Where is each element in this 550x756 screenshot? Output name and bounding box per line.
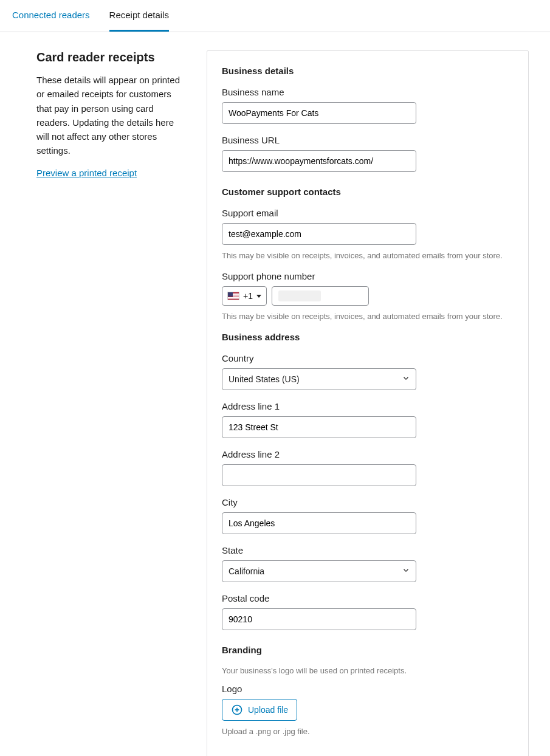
upload-helper: Upload a .png or .jpg file.: [222, 727, 514, 736]
city-input[interactable]: [222, 512, 416, 534]
phone-redacted-value: [278, 290, 321, 301]
state-select-value: California: [229, 566, 264, 576]
support-phone-helper: This may be visible on receipts, invoice…: [222, 312, 514, 321]
tab-connected-readers[interactable]: Connected readers: [12, 0, 90, 32]
support-heading: Customer support contacts: [222, 187, 514, 197]
caret-down-icon: [256, 295, 261, 298]
address-line2-input[interactable]: [222, 464, 416, 486]
receipt-details-card: Business details Business name Business …: [207, 50, 529, 756]
branding-heading: Branding: [222, 645, 514, 655]
state-label: State: [222, 545, 514, 555]
support-phone-label: Support phone number: [222, 271, 514, 281]
business-name-label: Business name: [222, 87, 514, 97]
business-name-input[interactable]: [222, 102, 416, 124]
address-line2-label: Address line 2: [222, 449, 514, 459]
tab-receipt-details[interactable]: Receipt details: [109, 0, 169, 32]
country-select-value: United States (US): [229, 374, 300, 384]
support-email-input[interactable]: [222, 223, 416, 245]
sidebar-title: Card reader receipts: [36, 50, 182, 64]
support-email-helper: This may be visible on receipts, invoice…: [222, 251, 514, 260]
support-phone-input[interactable]: [272, 286, 369, 306]
phone-prefix-text: +1: [243, 291, 253, 301]
sidebar-description: These details will appear on printed or …: [36, 73, 182, 158]
us-flag-icon: [227, 292, 239, 300]
country-label: Country: [222, 353, 514, 363]
address-heading: Business address: [222, 332, 514, 342]
phone-country-selector[interactable]: +1: [222, 286, 267, 306]
postal-code-input[interactable]: [222, 608, 416, 630]
business-details-heading: Business details: [222, 66, 514, 76]
city-label: City: [222, 497, 514, 507]
support-email-label: Support email: [222, 208, 514, 218]
preview-receipt-link[interactable]: Preview a printed receipt: [36, 168, 137, 178]
postal-code-label: Postal code: [222, 593, 514, 603]
plus-circle-icon: [231, 704, 243, 716]
tabs-bar: Connected readers Receipt details: [0, 0, 550, 32]
branding-description: Your business's logo will be used on pri…: [222, 666, 514, 675]
address-line1-label: Address line 1: [222, 401, 514, 411]
business-url-label: Business URL: [222, 135, 514, 145]
logo-label: Logo: [222, 684, 514, 694]
country-select[interactable]: United States (US): [222, 368, 416, 390]
sidebar-info: Card reader receipts These details will …: [12, 50, 182, 178]
state-select[interactable]: California: [222, 560, 416, 582]
business-url-input[interactable]: [222, 150, 416, 172]
upload-file-button[interactable]: Upload file: [222, 699, 297, 721]
upload-button-label: Upload file: [248, 705, 288, 715]
address-line1-input[interactable]: [222, 416, 416, 438]
